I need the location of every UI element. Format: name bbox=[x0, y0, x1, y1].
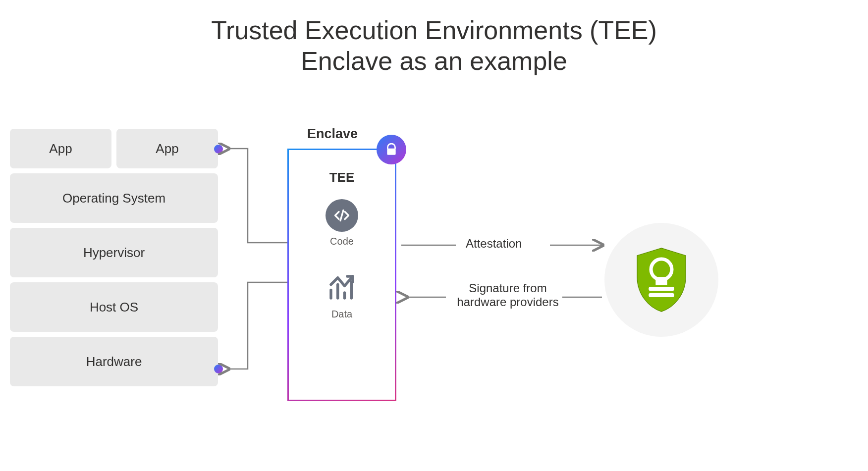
svg-rect-5 bbox=[387, 149, 395, 155]
svg-rect-13 bbox=[649, 293, 674, 297]
stack-box-os: Operating System bbox=[10, 173, 218, 223]
app-row: App App bbox=[10, 129, 218, 173]
svg-rect-11 bbox=[655, 277, 667, 285]
signature-line-1: Signature from bbox=[469, 281, 546, 295]
diagram-canvas: App App Operating System Hypervisor Host… bbox=[10, 129, 858, 461]
data-label: Data bbox=[331, 309, 352, 320]
stack-box-host-os: Host OS bbox=[10, 282, 218, 332]
connector-enclave-to-app bbox=[218, 139, 297, 253]
signature-line-2: hardware providers bbox=[457, 295, 558, 309]
shield-stamp-icon bbox=[632, 245, 691, 314]
diagram-title: Trusted Execution Environments (TEE) Enc… bbox=[0, 0, 868, 77]
attestation-authority bbox=[604, 223, 718, 337]
enclave-label: Enclave bbox=[307, 126, 358, 142]
svg-line-0 bbox=[340, 210, 343, 221]
stack-box-hypervisor: Hypervisor bbox=[10, 228, 218, 277]
chart-icon bbox=[326, 271, 358, 306]
svg-rect-12 bbox=[649, 287, 674, 291]
attestation-label: Attestation bbox=[466, 237, 522, 251]
stack-box-hardware: Hardware bbox=[10, 337, 218, 386]
connector-enclave-to-hardware bbox=[218, 277, 297, 386]
signature-label: Signature from hardware providers bbox=[456, 281, 560, 309]
title-line-2: Enclave as an example bbox=[0, 46, 868, 76]
code-icon bbox=[326, 199, 358, 232]
lock-icon bbox=[377, 135, 406, 164]
code-label: Code bbox=[330, 236, 354, 247]
system-stack: App App Operating System Hypervisor Host… bbox=[10, 129, 218, 391]
stack-box-app1: App bbox=[10, 129, 111, 168]
title-line-1: Trusted Execution Environments (TEE) bbox=[0, 15, 868, 46]
stack-box-app2: App bbox=[116, 129, 218, 168]
tee-label: TEE bbox=[329, 170, 355, 185]
enclave-box: TEE Code Data bbox=[287, 149, 396, 401]
